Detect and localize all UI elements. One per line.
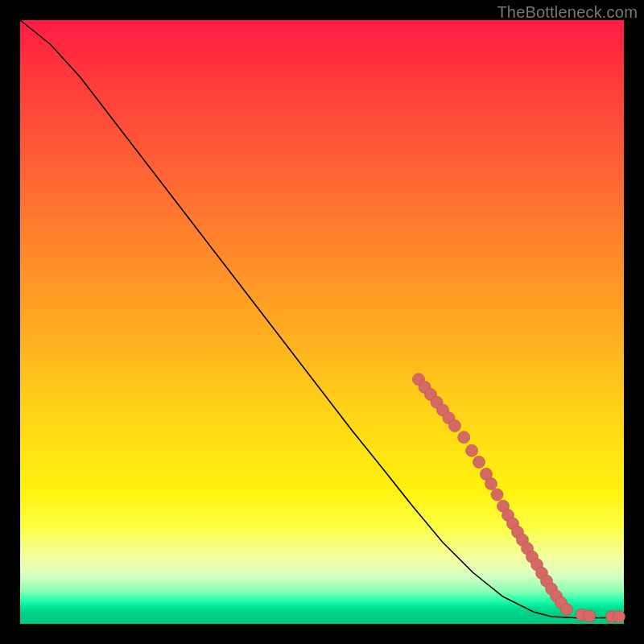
data-marker [491,489,503,501]
data-marker [485,478,497,490]
watermark-text: TheBottleneck.com [497,3,638,22]
data-marker [449,420,461,432]
data-marker [473,456,485,469]
data-marker [458,431,470,444]
chart-svg [20,20,624,624]
plot-area [20,20,624,624]
markers-group [413,374,625,623]
data-marker [560,604,572,616]
data-marker [584,610,596,622]
curve-line [20,20,624,618]
chart-frame: TheBottleneck.com [0,0,644,644]
data-marker [466,444,478,456]
data-marker [613,611,625,623]
